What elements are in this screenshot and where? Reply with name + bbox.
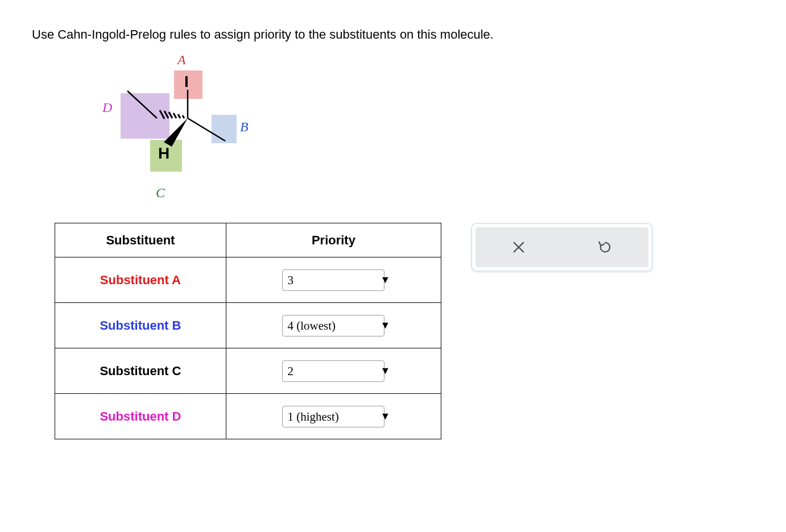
- molecule-diagram: I H A B C D: [55, 56, 259, 203]
- table-row: Substituent C 2 ▼: [55, 348, 441, 394]
- priority-select-a[interactable]: 3 ▼: [282, 269, 384, 291]
- close-icon: [511, 239, 527, 255]
- substituent-label-a: A: [177, 52, 186, 68]
- close-button[interactable]: [475, 227, 562, 267]
- priority-value-d: 1 (highest): [282, 406, 384, 427]
- action-toolbar: [471, 223, 653, 272]
- priority-value-c: 2: [282, 360, 384, 382]
- svg-line-1: [188, 118, 225, 141]
- reset-icon: [597, 239, 613, 255]
- row-label-b: Substituent B: [100, 318, 181, 332]
- row-label-c: Substituent C: [100, 364, 181, 378]
- atom-label-i: I: [184, 73, 189, 91]
- priority-value-a: 3: [282, 269, 384, 291]
- table-row: Substituent D 1 (highest) ▼: [55, 394, 441, 439]
- row-label-a: Substituent A: [100, 273, 181, 287]
- substituent-label-c: C: [156, 185, 165, 201]
- question-text: Use Cahn-Ingold-Prelog rules to assign p…: [32, 27, 754, 42]
- col-header-priority: Priority: [226, 223, 441, 257]
- reset-button[interactable]: [562, 227, 648, 267]
- svg-line-7: [169, 112, 172, 118]
- table-row: Substituent A 3 ▼: [55, 257, 441, 303]
- svg-line-8: [164, 111, 168, 118]
- svg-marker-2: [164, 118, 188, 147]
- row-label-d: Substituent D: [100, 409, 181, 423]
- substituent-label-b: B: [240, 119, 249, 135]
- priority-select-c[interactable]: 2 ▼: [282, 360, 384, 382]
- priority-select-b[interactable]: 4 (lowest) ▼: [282, 315, 384, 336]
- svg-line-6: [173, 113, 176, 118]
- svg-line-4: [183, 115, 184, 118]
- col-header-substituent: Substituent: [55, 223, 226, 257]
- svg-line-3: [127, 91, 157, 118]
- svg-line-9: [160, 110, 164, 119]
- svg-line-5: [178, 114, 180, 118]
- substituent-label-d: D: [102, 100, 112, 115]
- priority-value-b: 4 (lowest): [282, 315, 384, 336]
- bond-lines: [55, 56, 259, 203]
- priority-table: Substituent Priority Substituent A 3 ▼ S…: [55, 223, 441, 439]
- priority-select-d[interactable]: 1 (highest) ▼: [282, 406, 384, 427]
- table-row: Substituent B 4 (lowest) ▼: [55, 303, 441, 348]
- atom-label-h: H: [158, 144, 169, 163]
